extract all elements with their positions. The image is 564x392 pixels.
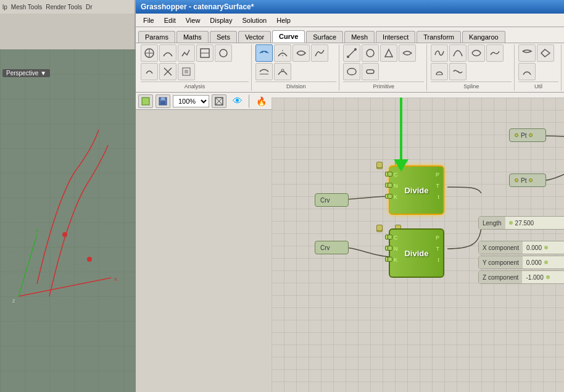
icon-prim-1[interactable]: [343, 44, 360, 62]
length-label: Length: [479, 217, 505, 229]
pt-node-2[interactable]: Pt: [509, 173, 546, 187]
rhino-toolbar: lp Mesh Tools Render Tools Dr: [0, 0, 135, 14]
icon-prim-2[interactable]: [362, 44, 379, 62]
crv-node-1[interactable]: Crv: [315, 193, 349, 207]
icon-spline-2[interactable]: [449, 44, 467, 62]
y-component-node[interactable]: Y component 0.000: [478, 256, 564, 269]
divide2-corner-br: [376, 225, 383, 231]
tab-params[interactable]: Params: [138, 31, 175, 43]
zoom-fit-button[interactable]: [212, 94, 226, 108]
icon-spline-4[interactable]: [486, 44, 504, 62]
x-component-node[interactable]: X component 0.000: [478, 241, 564, 254]
menu-solution[interactable]: Solution: [237, 15, 272, 25]
tab-maths[interactable]: Maths: [176, 31, 209, 43]
util-icons: [518, 44, 558, 80]
gh-canvas[interactable]: Crv Crv CNK Divide: [272, 98, 564, 392]
icon-analysis-7[interactable]: [159, 63, 176, 80]
menu-view[interactable]: View: [181, 15, 205, 25]
icon-analysis-6[interactable]: [141, 63, 158, 80]
icon-divide-6[interactable]: [274, 63, 291, 80]
pt1-port-right: [529, 133, 533, 137]
icon-prim-5[interactable]: [343, 63, 360, 80]
icon-prim-3[interactable]: [380, 44, 397, 62]
svg-rect-33: [142, 98, 149, 105]
svg-point-17: [220, 49, 227, 57]
spline-label: Spline: [431, 81, 512, 91]
divide-corner-port-br: [376, 162, 383, 168]
menu-file[interactable]: File: [138, 15, 159, 25]
port-tparam-out[interactable]: [388, 194, 392, 199]
divide2-port-tparam-out[interactable]: [388, 257, 392, 262]
separator-1: [249, 94, 251, 108]
length-value: 27.500: [515, 220, 534, 227]
icon-analysis-4[interactable]: [196, 44, 214, 62]
pt-node-1[interactable]: Pt: [509, 128, 546, 142]
icon-divide-2[interactable]: [274, 44, 291, 62]
menu-help[interactable]: Help: [272, 15, 296, 25]
tab-sets[interactable]: Sets: [210, 31, 237, 43]
tab-transform[interactable]: Transform: [417, 31, 461, 43]
zoom-select[interactable]: 100% 75% 50% 150%: [173, 95, 209, 107]
toolbar-section-analysis: Analysis: [138, 44, 252, 91]
icon-divide-5[interactable]: [255, 63, 273, 80]
divide-node-2[interactable]: CNK Divide PTt: [389, 228, 444, 278]
length-node[interactable]: Length 27.500: [478, 216, 564, 230]
icon-prim-4[interactable]: [399, 44, 416, 62]
rhino-tool-dr[interactable]: Dr: [86, 4, 93, 10]
icon-divide-4[interactable]: [311, 44, 328, 62]
icon-prim-6[interactable]: [362, 63, 379, 80]
division-label: Division: [255, 81, 336, 91]
divide2-port-p-out[interactable]: [388, 235, 392, 240]
port-t-out[interactable]: [388, 183, 392, 188]
icon-spline-3[interactable]: [468, 44, 485, 62]
tab-intersect[interactable]: Intersect: [376, 31, 415, 43]
rhino-tool-lp[interactable]: lp: [2, 4, 7, 10]
z-component-value: -1.000: [526, 274, 543, 281]
z-component-value-container: -1.000: [522, 273, 553, 282]
tab-vector[interactable]: Vector: [238, 31, 271, 43]
menu-bar: File Edit View Display Solution Help: [136, 14, 564, 27]
icon-util-1[interactable]: [518, 44, 536, 62]
crv-label-1: Crv: [320, 197, 330, 204]
icon-analysis-5[interactable]: [215, 44, 232, 62]
svg-line-1: [0, 241, 136, 253]
tab-mesh[interactable]: Mesh: [344, 31, 375, 43]
icon-divide-curve[interactable]: [255, 44, 273, 62]
y-component-value-container: 0.000: [523, 258, 552, 267]
icon-util-2[interactable]: [537, 44, 554, 62]
menu-display[interactable]: Display: [205, 15, 237, 25]
flame-button[interactable]: 🔥: [254, 94, 268, 108]
tab-curve[interactable]: Curve: [272, 30, 305, 43]
y-component-dot: [544, 261, 548, 264]
new-file-button[interactable]: [138, 94, 153, 108]
tab-kangaroo[interactable]: Kangaroo: [462, 31, 505, 43]
icon-analysis-3[interactable]: [178, 44, 195, 62]
rhino-tool-mesh[interactable]: Mesh Tools: [11, 4, 42, 10]
svg-point-23: [265, 51, 267, 53]
icon-divide-3[interactable]: [292, 44, 310, 62]
icon-spline-6[interactable]: [449, 63, 467, 80]
z-component-node[interactable]: Z component -1.000: [478, 270, 564, 284]
icon-analysis-8[interactable]: [178, 63, 195, 80]
eye-button[interactable]: 👁: [229, 94, 246, 108]
save-button[interactable]: [156, 94, 170, 108]
icon-util-3[interactable]: [518, 63, 536, 80]
length-dot: [509, 221, 513, 225]
icon-spline-5[interactable]: [431, 63, 448, 80]
port-p-out[interactable]: [388, 172, 392, 177]
crv-node-2[interactable]: Crv: [315, 241, 349, 254]
icon-analysis-2[interactable]: [159, 44, 176, 62]
rhino-viewport[interactable]: Perspective ▼ x y z: [0, 49, 136, 392]
menu-edit[interactable]: Edit: [159, 15, 181, 25]
toolbar-section-util: Util: [516, 44, 562, 91]
svg-line-27: [348, 49, 355, 57]
icon-spline-1[interactable]: [431, 44, 448, 62]
toolbar-tabs: Params Maths Sets Vector Curve Surface M…: [136, 27, 564, 43]
icon-analysis-1[interactable]: [141, 44, 158, 62]
division-icons: [255, 44, 336, 80]
tab-surface[interactable]: Surface: [306, 31, 343, 43]
rhino-tool-render[interactable]: Render Tools: [46, 4, 82, 10]
divide2-port-t-out[interactable]: [388, 246, 392, 251]
divide-node-1[interactable]: CNK Divide PTt: [389, 165, 444, 215]
x-component-label: X component: [479, 241, 523, 254]
